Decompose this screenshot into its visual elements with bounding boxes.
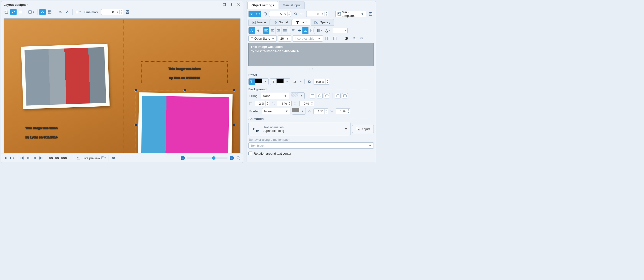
align-right-button[interactable] (276, 28, 282, 34)
caption-2[interactable]: This image was taken by Rick on 6/15/201… (141, 62, 228, 83)
effect-preset-button[interactable]: fx (292, 78, 298, 85)
zoom-fit-button[interactable] (236, 156, 241, 160)
list-style-button[interactable]: ▼ (316, 28, 324, 34)
effect-opacity-input[interactable]: ▲▼ (313, 79, 329, 84)
play-range-button[interactable]: ▼ (10, 156, 15, 160)
filling-dropdown[interactable]: None▼ (261, 93, 289, 99)
prev-frame-button[interactable] (26, 156, 31, 160)
wrap-button[interactable] (309, 28, 315, 34)
zoom-out-button[interactable]: − (181, 156, 185, 160)
shape-rect[interactable] (310, 93, 316, 98)
tab-manual-input[interactable]: Manual input (279, 1, 304, 9)
text-color-picker[interactable]: ▼ (333, 28, 348, 33)
radius-y-input[interactable]: ▲▼ (277, 100, 292, 106)
zoom-in-button[interactable]: + (230, 156, 234, 160)
extra-pct-input[interactable]: ▲▼ (299, 100, 314, 106)
play-button[interactable] (4, 156, 8, 160)
valign-bottom-button[interactable] (302, 28, 309, 34)
italic-button[interactable]: A (255, 28, 261, 34)
columns-button[interactable] (324, 35, 330, 42)
font-family-dropdown[interactable]: Open Sans▼ (248, 35, 277, 42)
align-center-button[interactable] (269, 28, 276, 34)
selection-box[interactable] (136, 90, 234, 153)
align-tool[interactable] (18, 9, 24, 15)
animation-selector[interactable]: Tfx Text animation: Alpha blending ▼ (248, 122, 351, 136)
shadow-color-drop[interactable]: ▼ (284, 78, 290, 85)
text-content-textarea[interactable]: This image was taken by %ExifAuthor% on … (248, 43, 374, 66)
grid-tool[interactable]: ▼ (28, 9, 35, 15)
visibility-button[interactable] (255, 11, 261, 17)
outline-toggle[interactable]: T (248, 78, 255, 85)
goto-start-button[interactable] (20, 156, 24, 160)
canvas[interactable]: This image was taken by Lydia on 6/11/20… (4, 18, 240, 153)
save-button[interactable] (124, 9, 130, 15)
radius-x-input[interactable]: ▲▼ (254, 100, 269, 106)
tab-object-settings[interactable]: Object settings (248, 1, 278, 9)
merge-button[interactable] (332, 35, 338, 42)
sub-tab-image[interactable]: Image (248, 19, 270, 26)
shadow-toggle[interactable]: T (270, 78, 276, 85)
valign-middle-button[interactable] (296, 28, 302, 34)
keyframe-in-tool[interactable] (57, 9, 63, 15)
behavior-dropdown[interactable]: Text block▼ (248, 142, 374, 149)
shape-circle[interactable] (317, 93, 322, 98)
svg-rect-24 (252, 21, 256, 24)
link-button[interactable] (248, 11, 255, 17)
svg-rect-21 (338, 13, 339, 14)
next-frame-button[interactable] (32, 156, 37, 160)
list-tool[interactable]: ▼ (74, 9, 82, 15)
time-mark-input[interactable]: s ▲▼ (101, 9, 123, 15)
contrast-button[interactable] (343, 35, 350, 42)
live-preview-label: Live preview (83, 156, 100, 160)
insert-variable-dropdown[interactable]: Insert variable▼ (292, 35, 323, 42)
shape-custom2[interactable] (342, 93, 348, 98)
goto-end-button[interactable] (38, 156, 43, 160)
adjust-button[interactable]: Tfx Adjust (352, 125, 374, 133)
filling-swatch[interactable] (291, 93, 298, 97)
outline-color-drop[interactable]: ▼ (262, 78, 268, 85)
border-w1-input[interactable]: ▲▼ (314, 108, 328, 114)
duration-input[interactable]: s▲▼ (269, 11, 291, 17)
settings-button[interactable] (111, 156, 116, 160)
border-w2-input[interactable]: ▲▼ (336, 108, 350, 114)
maximize-button[interactable] (222, 3, 226, 6)
sub-tab-opacity[interactable]: Opacity (311, 19, 334, 26)
mini-templates-dropdown[interactable]: Mini-templates▼ (335, 11, 366, 17)
crop-tool[interactable] (46, 9, 53, 15)
section-animation: Animation (248, 117, 374, 120)
refresh-duration-button[interactable] (292, 11, 298, 17)
sub-tab-sound[interactable]: Sound (270, 19, 292, 26)
curve-tool[interactable] (10, 9, 16, 15)
live-preview-icon[interactable] (76, 156, 81, 160)
pin-button[interactable] (230, 3, 234, 6)
font-size-dropdown[interactable]: 26▼ (278, 35, 291, 42)
close-button[interactable] (237, 3, 241, 6)
photo-1[interactable] (21, 44, 110, 109)
border-w2-icon (330, 109, 334, 114)
path-tool[interactable] (40, 9, 46, 15)
select-tool[interactable] (3, 9, 9, 15)
offset-input[interactable]: s▲▼ (306, 11, 328, 17)
expand-handle[interactable]: ••• (248, 67, 374, 71)
shape-rounded[interactable] (324, 93, 330, 98)
keyframe-out-tool[interactable] (64, 9, 70, 15)
shadow-color[interactable] (276, 78, 284, 83)
preview-window-button[interactable]: ▼ (101, 156, 106, 160)
zoom-slider[interactable] (187, 158, 228, 158)
align-justify-button[interactable] (282, 28, 288, 34)
border-dropdown[interactable]: None▼ (262, 108, 290, 114)
save-template-button[interactable] (368, 11, 374, 17)
rotation-checkbox[interactable] (248, 152, 252, 155)
zoom-out-text-button[interactable] (359, 35, 365, 42)
outline-color[interactable] (255, 78, 262, 83)
border-swatch[interactable] (292, 108, 299, 112)
align-left-button[interactable] (263, 28, 269, 34)
caption-1[interactable]: This image was taken by Lydia on 6/11/20… (26, 122, 58, 141)
text-transform-button[interactable]: A̲▼ (325, 28, 331, 34)
behavior-label: Behavior along a motion path: (249, 138, 374, 142)
bold-button[interactable]: A (248, 28, 255, 34)
shape-custom1[interactable] (335, 93, 340, 98)
sub-tab-text[interactable]: Text (292, 19, 310, 26)
valign-top-button[interactable] (290, 28, 296, 34)
zoom-in-text-button[interactable] (351, 35, 357, 42)
